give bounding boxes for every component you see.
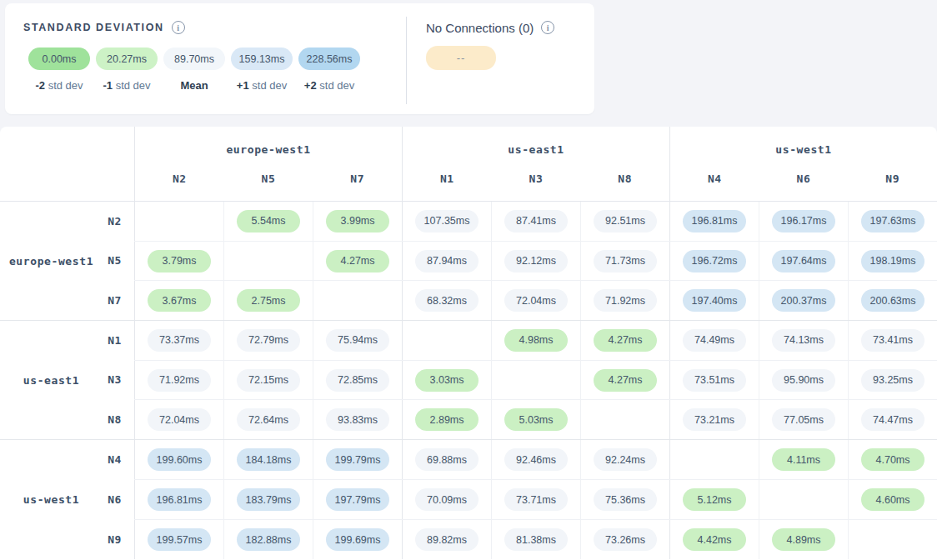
matrix-cell[interactable]: 4.89ms <box>759 520 848 559</box>
latency-pill[interactable]: 73.41ms <box>861 329 924 352</box>
matrix-cell[interactable]: 196.72ms <box>669 242 759 281</box>
matrix-cell[interactable]: 87.94ms <box>402 242 491 281</box>
latency-pill[interactable]: 87.41ms <box>504 210 568 232</box>
latency-pill[interactable]: 5.54ms <box>237 210 300 232</box>
latency-pill[interactable]: 95.90ms <box>772 369 835 392</box>
matrix-cell[interactable]: 72.04ms <box>491 281 580 320</box>
matrix-cell[interactable]: 75.94ms <box>313 321 402 360</box>
latency-pill[interactable]: 4.11ms <box>772 448 835 471</box>
matrix-cell[interactable]: 196.17ms <box>759 202 848 241</box>
latency-pill[interactable]: 93.25ms <box>861 369 924 392</box>
latency-pill[interactable]: 73.37ms <box>148 329 211 352</box>
matrix-cell[interactable]: 4.27ms <box>580 361 669 400</box>
matrix-cell[interactable]: 184.18ms <box>223 440 313 479</box>
matrix-cell[interactable]: 196.81ms <box>134 480 223 519</box>
latency-pill[interactable]: 71.92ms <box>594 289 657 312</box>
latency-pill[interactable]: 72.85ms <box>326 369 389 392</box>
matrix-cell[interactable]: 93.83ms <box>313 400 402 439</box>
latency-pill[interactable]: 197.64ms <box>772 250 835 272</box>
latency-pill[interactable]: 5.12ms <box>683 488 746 511</box>
matrix-cell[interactable]: 73.41ms <box>848 321 937 360</box>
matrix-cell[interactable]: 93.25ms <box>848 361 937 400</box>
matrix-cell[interactable]: 3.79ms <box>134 242 223 281</box>
latency-pill[interactable]: 74.47ms <box>861 408 924 431</box>
matrix-cell[interactable]: 73.21ms <box>669 400 759 439</box>
latency-pill[interactable]: 4.89ms <box>772 528 835 551</box>
matrix-cell[interactable]: 95.90ms <box>759 361 848 400</box>
latency-pill[interactable]: 196.81ms <box>683 210 746 232</box>
latency-pill[interactable]: 87.94ms <box>415 250 479 272</box>
matrix-cell[interactable]: 71.92ms <box>134 361 223 400</box>
matrix-cell[interactable]: 74.13ms <box>759 321 848 360</box>
matrix-cell[interactable]: 2.89ms <box>402 400 491 439</box>
matrix-cell[interactable]: 200.63ms <box>848 281 937 320</box>
latency-pill[interactable]: 199.69ms <box>326 528 389 551</box>
latency-pill[interactable]: 68.32ms <box>415 289 479 312</box>
matrix-cell[interactable]: 3.67ms <box>134 281 223 320</box>
latency-pill[interactable]: 72.04ms <box>504 289 568 312</box>
latency-pill[interactable]: 71.73ms <box>594 250 657 272</box>
matrix-cell[interactable]: 73.51ms <box>669 361 759 400</box>
latency-pill[interactable]: 75.94ms <box>326 329 389 352</box>
matrix-cell[interactable]: 72.15ms <box>223 361 313 400</box>
matrix-cell[interactable]: 4.60ms <box>848 480 937 519</box>
latency-pill[interactable]: 4.60ms <box>861 488 924 511</box>
latency-pill[interactable]: 74.13ms <box>772 329 835 352</box>
matrix-cell[interactable]: 69.88ms <box>402 440 491 479</box>
latency-pill[interactable]: 72.79ms <box>237 329 300 352</box>
matrix-cell[interactable]: 199.57ms <box>134 520 223 559</box>
latency-pill[interactable]: 200.63ms <box>861 289 924 312</box>
matrix-cell[interactable]: 4.70ms <box>848 440 937 479</box>
matrix-cell[interactable]: 5.03ms <box>491 400 580 439</box>
latency-pill[interactable]: 197.63ms <box>861 210 924 232</box>
matrix-cell[interactable]: 77.05ms <box>759 400 848 439</box>
latency-pill[interactable]: 5.03ms <box>504 408 568 431</box>
matrix-cell[interactable]: 89.82ms <box>402 520 491 559</box>
matrix-cell[interactable]: 182.88ms <box>223 520 313 559</box>
latency-pill[interactable]: 197.40ms <box>683 289 746 312</box>
latency-pill[interactable]: 199.60ms <box>148 448 211 471</box>
matrix-cell[interactable]: 74.49ms <box>669 321 759 360</box>
latency-pill[interactable]: 89.82ms <box>415 528 479 551</box>
latency-pill[interactable]: 69.88ms <box>415 448 479 471</box>
matrix-cell[interactable]: 68.32ms <box>402 281 491 320</box>
matrix-cell[interactable]: 71.92ms <box>580 281 669 320</box>
latency-pill[interactable]: 92.46ms <box>504 448 568 471</box>
latency-pill[interactable]: 4.98ms <box>504 329 568 352</box>
matrix-cell[interactable]: 92.24ms <box>580 440 669 479</box>
matrix-cell[interactable]: 2.75ms <box>223 281 313 320</box>
latency-pill[interactable]: 199.79ms <box>326 448 389 471</box>
latency-pill[interactable]: 92.12ms <box>504 250 568 272</box>
latency-pill[interactable]: 72.64ms <box>237 408 300 431</box>
latency-pill[interactable]: 196.17ms <box>772 210 835 232</box>
latency-pill[interactable]: 77.05ms <box>772 408 835 431</box>
latency-pill[interactable]: 4.42ms <box>683 528 746 551</box>
latency-pill[interactable]: 3.99ms <box>326 210 389 232</box>
matrix-cell[interactable]: 81.38ms <box>491 520 580 559</box>
info-icon[interactable]: i <box>172 21 185 34</box>
latency-pill[interactable]: 3.67ms <box>148 289 211 312</box>
matrix-cell[interactable]: 75.36ms <box>580 480 669 519</box>
matrix-cell[interactable]: 72.85ms <box>313 361 402 400</box>
matrix-cell[interactable]: 183.79ms <box>223 480 313 519</box>
latency-pill[interactable]: 70.09ms <box>415 488 479 511</box>
matrix-cell[interactable]: 92.51ms <box>580 202 669 241</box>
matrix-cell[interactable]: 4.42ms <box>669 520 759 559</box>
info-icon[interactable]: i <box>541 21 554 34</box>
matrix-cell[interactable]: 72.64ms <box>223 400 313 439</box>
latency-pill[interactable]: 2.75ms <box>237 289 300 312</box>
matrix-cell[interactable]: 73.26ms <box>580 520 669 559</box>
latency-pill[interactable]: 196.81ms <box>148 488 211 511</box>
latency-pill[interactable]: 93.83ms <box>326 408 389 431</box>
matrix-cell[interactable]: 199.69ms <box>313 520 402 559</box>
latency-pill[interactable]: 72.04ms <box>148 408 211 431</box>
latency-pill[interactable]: 197.79ms <box>326 488 389 511</box>
matrix-cell[interactable]: 73.71ms <box>491 480 580 519</box>
matrix-cell[interactable]: 197.63ms <box>848 202 937 241</box>
matrix-cell[interactable]: 92.12ms <box>491 242 580 281</box>
matrix-cell[interactable]: 197.40ms <box>669 281 759 320</box>
latency-pill[interactable]: 3.79ms <box>148 250 211 272</box>
matrix-cell[interactable]: 199.79ms <box>313 440 402 479</box>
latency-pill[interactable]: 73.26ms <box>594 528 657 551</box>
matrix-cell[interactable]: 4.98ms <box>491 321 580 360</box>
